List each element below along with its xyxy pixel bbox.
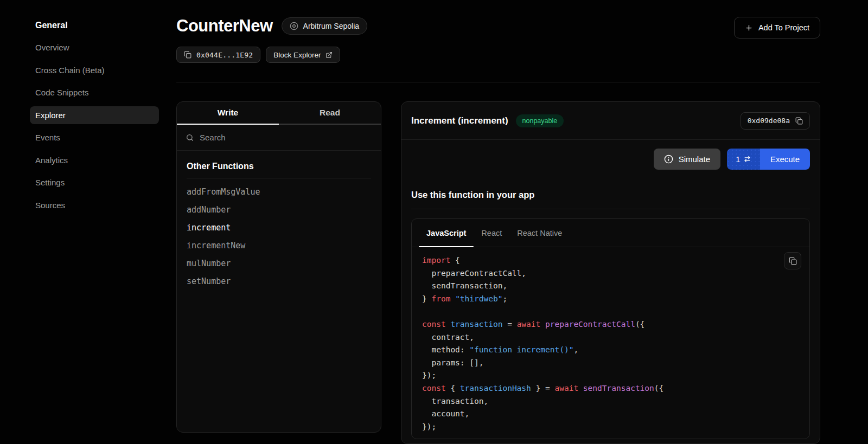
code-card: JavaScript React React Native	[411, 218, 810, 439]
sidebar-item-label: Cross Chain (Beta)	[35, 66, 105, 75]
sidebar-item[interactable]: Sources	[30, 196, 159, 214]
sidebar-item[interactable]: Cross Chain (Beta)	[30, 61, 159, 79]
code-language-tab[interactable]: React	[481, 219, 502, 247]
meta-row: 0x044E...1E92 Block Explorer	[176, 47, 820, 63]
external-link-icon	[326, 52, 333, 59]
function-type-tab-label: Read	[320, 108, 340, 118]
function-name: addFromMsgValue	[187, 187, 260, 197]
sidebar-item-label: Overview	[35, 43, 69, 52]
block-explorer-button[interactable]: Block Explorer	[266, 47, 340, 63]
copy-icon	[789, 257, 797, 265]
sidebar-item-label: Events	[35, 133, 60, 142]
copy-code-button[interactable]	[784, 252, 801, 269]
sidebar-nav: Overview Cross Chain (Beta) Code Snippet…	[30, 38, 159, 214]
sidebar-item-label: Explorer	[35, 111, 66, 120]
functions-list-wrap: Other Functions addFromMsgValue addNumbe…	[177, 151, 381, 301]
sidebar-item-label: Settings	[35, 178, 65, 187]
execute-count: 1	[736, 155, 741, 164]
sidebar-item[interactable]: Explorer	[30, 106, 159, 124]
function-name: setNumber	[187, 276, 231, 286]
function-list-item[interactable]: incrementNew	[187, 236, 371, 254]
function-selector-value: 0xd09de08a	[748, 117, 790, 125]
network-badge[interactable]: Arbitrum Sepolia	[282, 17, 368, 35]
network-icon	[290, 22, 298, 30]
function-name: increment	[187, 223, 231, 233]
function-detail-header: Increment (increment) nonpayable 0xd09de…	[401, 102, 820, 140]
info-icon	[664, 155, 673, 164]
code-language-tab[interactable]: React Native	[517, 219, 562, 247]
sidebar-item[interactable]: Settings	[30, 173, 159, 191]
functions-panel: Write Read Other Functions	[176, 101, 381, 433]
sidebar-item[interactable]: Code Snippets	[30, 83, 159, 101]
swap-arrows-icon	[744, 156, 751, 163]
function-selector-button[interactable]: 0xd09de08a	[741, 112, 810, 130]
sidebar-item-label: Sources	[35, 201, 65, 210]
function-name: mulNumber	[187, 259, 231, 268]
network-badge-label: Arbitrum Sepolia	[303, 22, 360, 30]
execute-count-toggle[interactable]: 1	[727, 149, 760, 170]
contract-address: 0x044E...1E92	[196, 51, 253, 59]
function-detail-panel: Increment (increment) nonpayable 0xd09de…	[401, 101, 820, 444]
code-block: import { prepareContractCall, sendTransa…	[412, 247, 809, 433]
copy-icon	[184, 51, 192, 59]
simulate-label: Simulate	[679, 155, 710, 164]
plus-icon	[745, 24, 753, 32]
function-name: incrementNew	[187, 241, 245, 250]
contract-header: CounterNew Arbitrum Sepolia 0x044E...1E9…	[176, 0, 820, 82]
sidebar-item[interactable]: Analytics	[30, 151, 159, 169]
function-list-item[interactable]: addNumber	[187, 201, 371, 218]
contract-name: CounterNew	[176, 16, 273, 36]
search-input[interactable]	[200, 133, 372, 142]
contract-address-button[interactable]: 0x044E...1E92	[176, 47, 260, 63]
function-list-item[interactable]: setNumber	[187, 272, 371, 290]
function-type-tab-label: Write	[218, 108, 238, 118]
actions-row: Simulate 1 Execute	[401, 140, 820, 170]
function-list-item[interactable]: mulNumber	[187, 254, 371, 272]
code-language-tab[interactable]: JavaScript	[426, 219, 466, 247]
sidebar-section-title: General	[35, 20, 163, 30]
write-read-tabs: Write Read	[177, 102, 381, 125]
add-to-project-button[interactable]: Add To Project	[734, 17, 820, 38]
functions-list: addFromMsgValue addNumber increment incr…	[187, 183, 371, 290]
header-divider	[176, 82, 820, 82]
search-icon	[186, 133, 194, 142]
function-list-item[interactable]: addFromMsgValue	[187, 183, 371, 201]
code-language-tab-label: React Native	[517, 229, 562, 237]
add-to-project-label: Add To Project	[758, 23, 809, 32]
function-list-item[interactable]: increment	[187, 218, 371, 236]
function-type-tab[interactable]: Read	[279, 102, 381, 125]
functions-section-title: Other Functions	[187, 162, 371, 178]
execute-label: Execute	[770, 155, 800, 164]
title-row: CounterNew Arbitrum Sepolia	[176, 16, 820, 36]
sidebar-item[interactable]: Overview	[30, 38, 159, 56]
explorer-panels: Write Read Other Functions	[176, 101, 820, 444]
sidebar-item-label: Analytics	[35, 156, 68, 165]
copy-icon	[795, 117, 803, 125]
execute-split-button: 1 Execute	[727, 149, 810, 170]
sidebar-item-label: Code Snippets	[35, 88, 88, 97]
simulate-button[interactable]: Simulate	[654, 149, 720, 170]
function-type-tab[interactable]: Write	[177, 102, 279, 125]
function-detail-title: Increment (increment)	[411, 115, 508, 126]
execute-button[interactable]: Execute	[760, 149, 810, 170]
search-row	[177, 125, 381, 151]
code-language-tab-label: JavaScript	[426, 229, 466, 237]
block-explorer-label: Block Explorer	[273, 51, 321, 59]
sidebar-item[interactable]: Events	[30, 128, 159, 146]
main-content: CounterNew Arbitrum Sepolia 0x044E...1E9…	[176, 0, 820, 444]
sidebar: General Overview Cross Chain (Beta) Code…	[0, 0, 163, 444]
code-language-tab-label: React	[481, 229, 502, 237]
function-name: addNumber	[187, 205, 231, 215]
code-language-tabs: JavaScript React React Native	[412, 219, 809, 247]
mutability-badge: nonpayable	[516, 114, 564, 127]
usage-heading: Use this function in your app	[411, 190, 810, 209]
